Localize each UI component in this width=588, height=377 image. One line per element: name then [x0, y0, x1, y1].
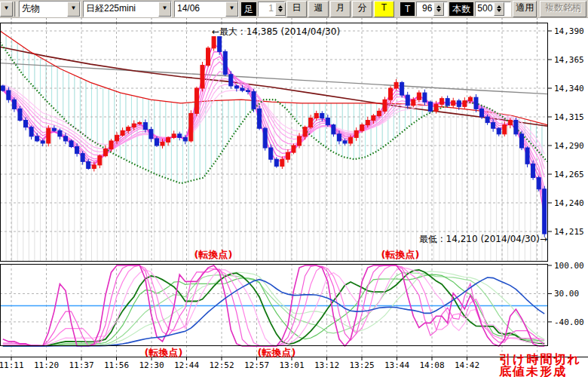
- time-axis-label: 13:01: [279, 360, 304, 370]
- time-axis-label: 14:08: [419, 360, 444, 370]
- turning-point-annotation: (転換点): [258, 347, 296, 358]
- turning-point-annotation: (転換点): [145, 347, 183, 358]
- time-axis-label: 13:25: [349, 360, 374, 370]
- contract-value: 14/06: [175, 2, 225, 17]
- chevron-down-icon[interactable]: ▼: [67, 2, 80, 17]
- bar-count-label: 本数: [449, 2, 473, 16]
- timeframe-minute-button[interactable]: 分: [352, 1, 372, 17]
- max-price-annotation: ←最大 : 14,385 (2014/04/30): [212, 26, 340, 37]
- oscillator-axis-label: -40.00: [554, 317, 584, 327]
- partial-combo-arrow-icon[interactable]: ▼: [0, 2, 13, 17]
- interval-stepper[interactable]: 1: [258, 2, 285, 17]
- timeframe-day-button[interactable]: 日: [286, 1, 307, 17]
- price-axis-label: 14,390: [554, 26, 584, 36]
- interval-value: 1: [259, 2, 275, 16]
- toolbar: ▼ 先物 ▼ 日経225mini ▼ 14/06 ▼ 足 1 日 週 月 分 T…: [0, 0, 588, 18]
- bar-count-stepper[interactable]: 500: [475, 2, 511, 17]
- price-axis-label: 14,340: [554, 84, 584, 93]
- spinner-icon[interactable]: [433, 2, 444, 16]
- trading-app-window: { "toolbar": { "partial_combo_arrow": "▼…: [0, 0, 588, 377]
- spinner-icon[interactable]: [275, 2, 286, 16]
- time-axis-label: 14:42: [455, 360, 479, 370]
- time-axis-label: 11:20: [34, 360, 59, 370]
- chart-canvas[interactable]: 14,39014,36514,34014,31514,29014,26514,2…: [0, 0, 588, 377]
- time-axis-label: 11:11: [0, 360, 24, 370]
- spinner-icon[interactable]: [494, 2, 504, 16]
- oscillator-axis-label: 30.00: [554, 289, 579, 299]
- toolbar-separator: [14, 2, 17, 17]
- timeframe-tick-button[interactable]: T: [374, 1, 394, 17]
- chevron-down-icon[interactable]: ▼: [158, 2, 171, 17]
- time-axis-label: 11:56: [104, 360, 129, 370]
- turning-point-annotation: (転換点): [194, 249, 233, 260]
- chart-frames: [0, 23, 588, 361]
- time-axis-label: 12:44: [174, 360, 199, 370]
- price-axis-label: 14,290: [554, 141, 584, 151]
- apply-button[interactable]: 適用: [513, 1, 537, 17]
- symbol-combobox[interactable]: 日経225mini ▼: [83, 1, 172, 17]
- tick-count-stepper[interactable]: 96: [416, 2, 448, 17]
- timeframe-month-button[interactable]: 月: [330, 1, 351, 17]
- time-axis-label: 12:57: [244, 360, 269, 370]
- time-axis-label: 11:37: [69, 360, 93, 370]
- price-axis-label: 14,240: [554, 198, 584, 208]
- chevron-down-icon[interactable]: ▼: [225, 2, 238, 17]
- time-axis-label: 12:52: [209, 360, 234, 370]
- oscillator-axis-label: 100.00: [554, 261, 584, 271]
- symbol-value: 日経225mini: [84, 2, 158, 17]
- bar-type-label: 足: [241, 2, 256, 16]
- multi-symbol-button[interactable]: 複数銘柄: [540, 1, 586, 17]
- turning-point-annotation: (転換点): [381, 249, 420, 260]
- price-axis-label: 14,315: [554, 112, 584, 122]
- time-axis-label: 12:30: [139, 360, 164, 370]
- time-axis-label: 13:12: [314, 360, 339, 370]
- bottom-not-formed-annotation: 底値未形成: [498, 364, 567, 377]
- bar-count-value: 500: [476, 2, 494, 16]
- price-axis-label: 14,215: [554, 227, 584, 237]
- time-axis-label: 13:44: [384, 360, 409, 370]
- tick-count-value: 96: [417, 2, 433, 16]
- min-price-annotation: 最低 : 14,210 (2014/04/30)→: [419, 234, 547, 244]
- price-axis-label: 14,265: [554, 170, 584, 179]
- category-combobox[interactable]: 先物 ▼: [19, 1, 81, 17]
- category-value: 先物: [20, 2, 67, 17]
- tick-count-label: T: [400, 2, 415, 16]
- price-axis-label: 14,365: [554, 55, 584, 65]
- annotations: ←最大 : 14,385 (2014/04/30)最低 : 14,210 (20…: [145, 26, 581, 377]
- timeframe-week-button[interactable]: 週: [308, 1, 329, 17]
- contract-combobox[interactable]: 14/06 ▼: [174, 1, 239, 17]
